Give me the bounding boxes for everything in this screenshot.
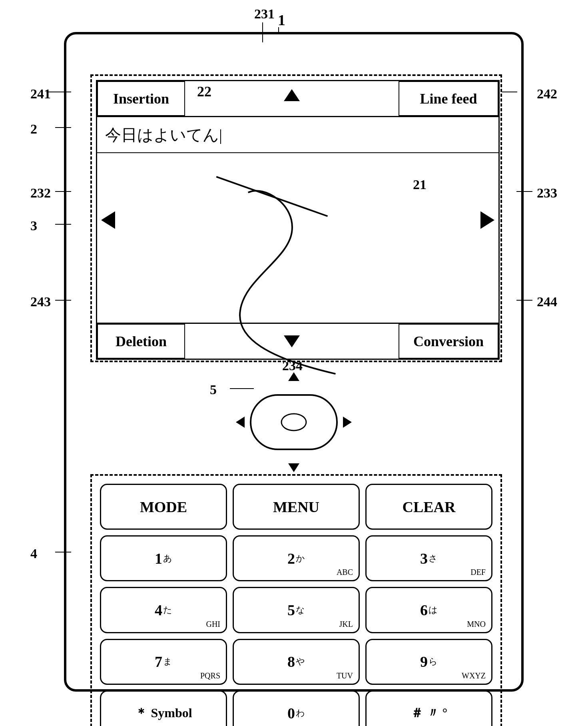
conversion-button[interactable]: Conversion: [399, 324, 498, 359]
label-4-line: [55, 552, 71, 552]
menu-button[interactable]: MENU: [233, 484, 360, 530]
key-1-button[interactable]: 1あ: [100, 535, 227, 581]
menu-label: MENU: [273, 498, 319, 516]
key-hash-button[interactable]: ＃ 〃 °: [365, 690, 492, 726]
label-232-line: [55, 191, 71, 192]
label-233-line: [516, 191, 532, 192]
label-21: 21: [413, 177, 427, 192]
dpad-center[interactable]: [281, 413, 307, 431]
label-233: 233: [537, 185, 557, 201]
dpad-right-button[interactable]: [343, 417, 352, 428]
label-241-line: [46, 92, 71, 92]
mode-button[interactable]: MODE: [100, 484, 227, 530]
label-4: 4: [30, 546, 37, 561]
mode-label: MODE: [140, 498, 187, 516]
screen-area: Insertion 22 Line feed 今日はよいてん|: [90, 74, 502, 362]
dpad-right-icon: [343, 417, 352, 428]
linefeed-button[interactable]: Line feed: [399, 81, 498, 116]
label-22: 22: [197, 83, 211, 100]
key-8-button[interactable]: 8や TUV: [233, 639, 360, 685]
key-0-button[interactable]: 0わ: [233, 690, 360, 726]
label-231-line: [262, 22, 263, 42]
label-231: 231: [254, 6, 275, 22]
dpad-up-button[interactable]: [288, 372, 299, 381]
dpad-container: 5: [254, 382, 334, 462]
star-label: ＊ Symbol: [135, 704, 192, 722]
label-241: 241: [30, 86, 51, 102]
text-display: 今日はよいてん|: [97, 117, 498, 153]
key-5-button[interactable]: 5な JKL: [233, 587, 360, 633]
label-3: 3: [30, 218, 37, 233]
dpad[interactable]: [254, 382, 334, 462]
key-4-button[interactable]: 4た GHI: [100, 587, 227, 633]
bottom-bar: Deletion Conversion: [97, 323, 498, 359]
device-frame: 231 241 242 232 233 2 3 243 244 234: [64, 32, 524, 692]
label-5: 5: [210, 382, 217, 397]
key-7-button[interactable]: 7ま PQRS: [100, 639, 227, 685]
label-2-line: [55, 127, 71, 128]
label-232: 232: [30, 185, 51, 201]
insertion-button[interactable]: Insertion: [97, 81, 185, 116]
label-242: 242: [537, 86, 557, 102]
dpad-left-icon: [236, 417, 245, 428]
label-244-line: [516, 300, 532, 301]
label-243-line: [55, 300, 71, 301]
label-243: 243: [30, 294, 51, 309]
dpad-left-button[interactable]: [236, 417, 245, 428]
clear-label: CLEAR: [402, 498, 455, 516]
screen-inner: Insertion 22 Line feed 今日はよいてん|: [96, 80, 500, 360]
top-bar: Insertion 22 Line feed: [97, 81, 498, 117]
handwriting-canvas[interactable]: [97, 153, 498, 323]
clear-button[interactable]: CLEAR: [365, 484, 492, 530]
arrow-up-icon: [284, 89, 300, 101]
label-2: 2: [30, 122, 37, 137]
dpad-up-icon: [288, 372, 299, 381]
keypad: MODE MENU CLEAR 1あ 2か ABC 3さ D: [90, 474, 502, 726]
label-244: 244: [537, 294, 557, 309]
label-3-line: [55, 224, 71, 225]
key-star-button[interactable]: ＊ Symbol: [100, 690, 227, 726]
label-5-line: [230, 388, 254, 389]
hash-label: ＃ 〃 °: [411, 704, 448, 722]
page: 1 231 241 242 232 233 2 3 243 244 234: [0, 0, 588, 726]
key-9-button[interactable]: 9ら WXYZ: [365, 639, 492, 685]
bottom-center: [185, 324, 399, 359]
key-6-button[interactable]: 6は MNO: [365, 587, 492, 633]
arrow-down-icon: [284, 335, 300, 347]
key-2-button[interactable]: 2か ABC: [233, 535, 360, 581]
dpad-down-button[interactable]: [288, 463, 299, 472]
dpad-down-icon: [288, 463, 299, 472]
deletion-button[interactable]: Deletion: [97, 324, 185, 359]
top-center: 22: [185, 81, 399, 116]
label-1: 1: [278, 11, 285, 29]
key-3-button[interactable]: 3さ DEF: [365, 535, 492, 581]
keypad-grid: MODE MENU CLEAR 1あ 2か ABC 3さ D: [100, 484, 492, 726]
